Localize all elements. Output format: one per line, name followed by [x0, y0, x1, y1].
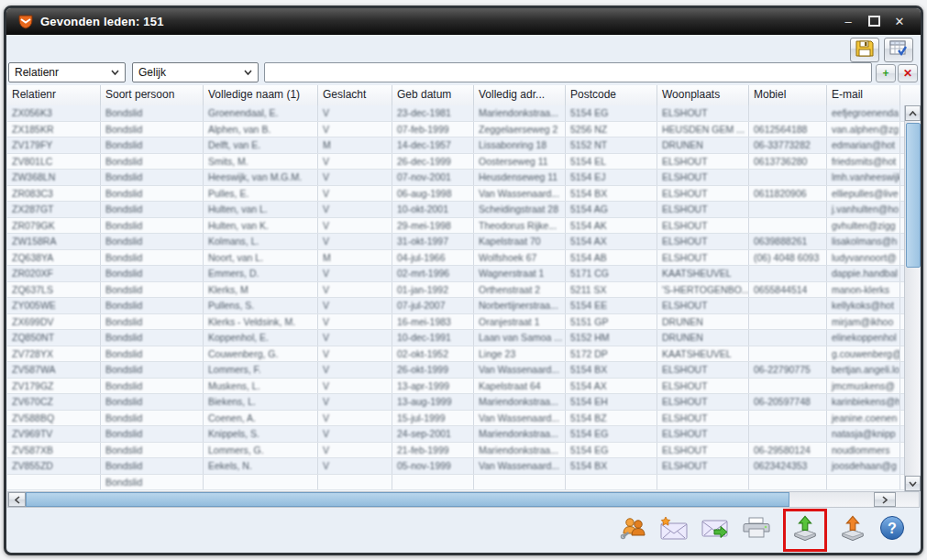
- table-cell: ZY005WE: [7, 298, 101, 313]
- column-header[interactable]: Volledig adr...: [474, 85, 566, 105]
- export-green-button[interactable]: [791, 515, 819, 545]
- table-cell: 5154 EH: [566, 394, 657, 410]
- table-row[interactable]: ZV969TVBondslidKnippels, S.V24-sep-2001M…: [7, 426, 904, 443]
- table-cell: ludyvannoort@: [827, 250, 900, 266]
- table-cell: Scheidingstraat 28: [474, 202, 566, 217]
- column-header[interactable]: Geb datum: [392, 85, 474, 105]
- table-cell: Noort, van L.: [204, 250, 318, 266]
- scroll-left-button[interactable]: [8, 492, 26, 507]
- table-row[interactable]: ZY005WEBondslidPullens, S.V07-jul-2007No…: [7, 298, 904, 314]
- horizontal-scrollbar[interactable]: [7, 491, 920, 508]
- table-cell: Bondslid: [101, 346, 204, 362]
- table-row[interactable]: ZX056K3BondslidGroenendaal, E.V23-dec-19…: [7, 105, 904, 122]
- table-cell: ZQ638YA: [7, 250, 101, 266]
- table-cell: Bondslid: [101, 330, 204, 346]
- table-cell: Mariendonkstraa...: [474, 105, 566, 121]
- table-cell: ZX287GT: [7, 202, 101, 217]
- table-row[interactable]: ZR079GKBondslidHulten, van K.V29-mei-199…: [7, 218, 904, 235]
- layout-grid-check-button[interactable]: [884, 38, 913, 62]
- mail-new-button[interactable]: [659, 516, 689, 544]
- close-button[interactable]: ✕: [893, 16, 906, 27]
- table-cell: ZV587WA: [7, 362, 101, 378]
- maximize-button[interactable]: [867, 16, 880, 28]
- table-cell: joosdehaan@g: [827, 458, 900, 474]
- print-button[interactable]: [742, 516, 771, 544]
- table-row[interactable]: ZV801LCBondslidSmits, M.V26-dec-1999Oost…: [7, 154, 904, 170]
- scroll-right-button[interactable]: [874, 492, 896, 507]
- remove-filter-button[interactable]: ✕: [898, 64, 918, 82]
- column-header[interactable]: Woonplaats: [657, 85, 749, 105]
- table-row[interactable]: ZX287GTBondslidHulten, van L.V10-okt-200…: [7, 202, 904, 218]
- members-button[interactable]: [620, 516, 647, 544]
- floppy-disk-icon: [855, 39, 875, 61]
- table-cell: Zeggelaerseweg 2: [474, 122, 566, 137]
- column-header[interactable]: Geslacht: [318, 85, 392, 105]
- table-row[interactable]: ZQ637LSBondslidKlerks, MV01-jan-1992Orth…: [7, 282, 904, 299]
- table-row[interactable]: ZV728YXBondslidCouwenberg, G.V02-okt-195…: [7, 346, 904, 363]
- table-row[interactable]: ZV587XBBondslidLommers, G.V21-feb-1999Ma…: [7, 443, 904, 459]
- table-cell: ELSHOUT: [657, 394, 749, 410]
- table-cell: 04-jul-1966: [392, 250, 474, 266]
- table-row[interactable]: ZW368LNBondslidHeeswijk, van M.G.M.V07-n…: [7, 170, 904, 186]
- table-cell: V: [318, 122, 392, 137]
- table-row[interactable]: ZV179GZBondslidMuskens, L.V13-apr-1999Ka…: [7, 379, 904, 395]
- table-row[interactable]: ZV179FYBondslidDelft, van E.M14-dec-1957…: [7, 137, 904, 154]
- table-cell: ZR020XF: [7, 266, 101, 281]
- table-cell: 5154 BX: [566, 186, 657, 202]
- table-row[interactable]: ZR020XFBondslidEmmers, D.V02-mrt-1996Wag…: [7, 266, 904, 282]
- column-header[interactable]: Soort persoon: [101, 85, 204, 105]
- table-cell: ELSHOUT: [657, 426, 749, 442]
- vertical-scrollbar[interactable]: [904, 105, 920, 491]
- help-button[interactable]: ?: [878, 514, 906, 545]
- table-cell: ZX699DV: [7, 314, 101, 330]
- table-cell: natasja@knipp: [827, 426, 900, 442]
- export-orange-button[interactable]: [839, 515, 866, 545]
- column-header[interactable]: Mobiel: [749, 85, 827, 105]
- filter-value-input[interactable]: [264, 62, 872, 82]
- table-cell: lisakolmans@h: [827, 234, 900, 249]
- table-row[interactable]: ZV670CZBondslidBiekens, L.V13-aug-1999Ma…: [7, 394, 904, 411]
- filter-field-dropdown[interactable]: Relatienr: [8, 62, 126, 82]
- column-header[interactable]: E-mail: [827, 85, 900, 105]
- table-cell: Bondslid: [101, 426, 204, 442]
- table-row[interactable]: ZR083C3BondslidPulles, E.V06-aug-1998Van…: [7, 186, 904, 203]
- export-highlight-box: [783, 509, 827, 552]
- save-button[interactable]: [850, 38, 879, 62]
- table-cell: 31-okt-1997: [392, 234, 474, 249]
- table-cell: V: [318, 266, 392, 281]
- table-row[interactable]: ZW158RABondslidKolmans, L.V31-okt-1997Ka…: [7, 234, 904, 250]
- column-header[interactable]: Relatienr: [7, 85, 101, 105]
- table-row[interactable]: ZV855ZDBondslidEekels, N.V05-nov-1999Van…: [7, 458, 904, 475]
- table-cell: 5154 AK: [566, 218, 657, 234]
- table-cell: g.couwenberg@: [827, 346, 900, 362]
- export-green-icon: [791, 515, 819, 545]
- filter-operator-value: Gelijk: [138, 66, 166, 79]
- mail-send-button[interactable]: [701, 516, 730, 544]
- table-cell: 5171 CG: [566, 266, 657, 281]
- column-header[interactable]: Volledige naam (1): [204, 85, 318, 105]
- table-row[interactable]: ZX185KRBondslidAlphen, van B.V07-feb-199…: [7, 122, 904, 138]
- table-cell: [318, 475, 392, 490]
- add-filter-button[interactable]: +: [876, 64, 896, 82]
- horizontal-scroll-thumb[interactable]: [26, 492, 789, 507]
- table-cell: 13-apr-1999: [392, 379, 474, 394]
- filter-operator-dropdown[interactable]: Gelijk: [132, 62, 259, 82]
- table-cell: Bondslid: [101, 154, 204, 170]
- table-cell: 07-feb-1999: [392, 122, 474, 137]
- table-row[interactable]: ZV588BQBondslidCoenen, A.V15-jul-1999Van…: [7, 411, 904, 427]
- table-row[interactable]: Bondslid: [7, 475, 904, 491]
- table-cell: ZR083C3: [7, 186, 101, 202]
- scroll-up-button[interactable]: [905, 105, 921, 121]
- title-bar[interactable]: Gevonden leden: 151 – ✕: [6, 8, 921, 35]
- table-cell: 02-mrt-1996: [392, 266, 474, 281]
- table-row[interactable]: ZV587WABondslidLommers, F.V26-okt-1999Va…: [7, 362, 904, 379]
- table-row[interactable]: ZQ850NTBondslidKoppenhol, E.V10-dec-1991…: [7, 330, 904, 346]
- mail-send-icon: [701, 516, 730, 544]
- table-cell: 5154 BX: [566, 458, 657, 474]
- scroll-down-button[interactable]: [905, 476, 921, 491]
- minimize-button[interactable]: –: [842, 16, 855, 27]
- table-row[interactable]: ZX699DVBondslidKlerks - Veldsink, M.V16-…: [7, 314, 904, 331]
- vertical-scroll-thumb[interactable]: [906, 123, 921, 268]
- column-header[interactable]: Postcode: [566, 85, 657, 105]
- table-row[interactable]: ZQ638YABondslidNoort, van L.M04-jul-1966…: [7, 250, 904, 267]
